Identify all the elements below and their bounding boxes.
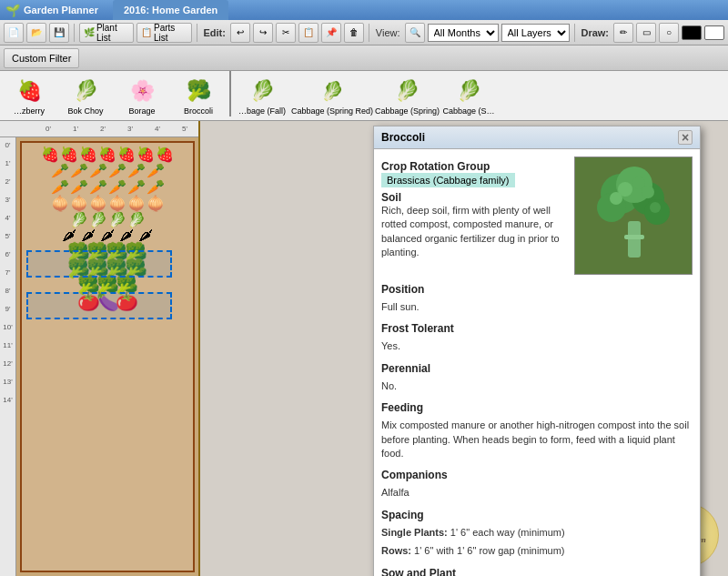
frost-tolerant-text: Yes. (381, 339, 693, 353)
tab-title[interactable]: 2016: Home Garden (113, 0, 228, 20)
plant-item-cabbage-spring-red[interactable]: 🥬 Cabbage (Spring Red) (291, 75, 373, 116)
ruler-left-7: 7' (0, 268, 15, 277)
garden-carrot-2[interactable]: 🥕 (70, 163, 88, 177)
cabbage-fall-label: …bage (Fall) (238, 107, 286, 116)
separator-2 (197, 24, 197, 42)
garden-strawberry-1[interactable]: 🍓 (41, 147, 59, 161)
garden-carrot-3[interactable]: 🥕 (89, 163, 107, 177)
save-button[interactable]: 💾 (49, 23, 69, 43)
delete-button[interactable]: 🗑 (344, 23, 364, 43)
spacing-rows: Rows: 1' 6" with 1' 6" row gap (minimum) (381, 544, 693, 558)
parts-list-button[interactable]: 📋 Parts List (136, 23, 192, 43)
garden-onion-3[interactable]: 🧅 (89, 196, 107, 210)
pencil-button[interactable]: ✏ (613, 23, 633, 43)
main-area: 0' 1' 2' 3' 4' 5' 0' 1' 2' 3' 4' 5' 6' 7… (0, 121, 728, 576)
garden-carrot-9[interactable]: 🥕 (89, 179, 107, 194)
ruler-left-14: 14' (0, 396, 15, 404)
edit-label: Edit: (203, 27, 225, 38)
new-button[interactable]: 📄 (4, 23, 24, 43)
rect-button[interactable]: ▭ (636, 23, 656, 43)
redo-button[interactable]: ↪ (253, 23, 273, 43)
crop-rotation-label: Crop Rotation Group (381, 160, 567, 173)
ruler-left-12: 12' (0, 359, 15, 368)
garden-onion-4[interactable]: 🧅 (108, 196, 126, 210)
ruler-top: 0' 1' 2' 3' 4' 5' (0, 121, 198, 137)
white-fill-button[interactable] (704, 25, 724, 40)
garden-grid[interactable]: 🍓 🍓 🍓 🍓 🍓 🍓 🍓 🥕 🥕 🥕 🥕 🥕 (16, 137, 198, 576)
garden-strawberry-7[interactable]: 🍓 (156, 147, 174, 161)
garden-carrot-1[interactable]: 🥕 (51, 163, 69, 177)
black-fill-button[interactable] (682, 25, 702, 40)
popup-close-button[interactable]: × (678, 130, 693, 145)
borage-icon: 🌸 (124, 75, 160, 107)
broccoli-svg (575, 157, 693, 275)
separator-1 (74, 24, 75, 42)
garden-strawberry-3[interactable]: 🍓 (79, 147, 97, 161)
ruler-left-13: 13' (0, 378, 15, 386)
spacing-rows-value: 1' 6" with 1' 6" row gap (minimum) (414, 545, 564, 556)
garden-carrot-4[interactable]: 🥕 (108, 163, 126, 177)
garden-carrot-12[interactable]: 🥕 (147, 179, 165, 194)
garden-carrot-8[interactable]: 🥕 (70, 179, 88, 194)
garden-grid-inner[interactable]: 🍓 🍓 🍓 🍓 🍓 🍓 🍓 🥕 🥕 🥕 🥕 🥕 (20, 141, 195, 572)
selection-box-1 (26, 250, 172, 278)
cabbage-s-icon: 🥬 (450, 75, 487, 107)
ruler-top-inner: 0' 1' 2' 3' 4' 5' (35, 121, 198, 136)
garden-lettuce-1[interactable]: 🥬 (70, 212, 88, 227)
borage-label: Borage (128, 107, 155, 116)
open-button[interactable]: 📂 (26, 23, 46, 43)
garden-strawberry-2[interactable]: 🍓 (60, 147, 78, 161)
ruler-4ft: 4' (144, 125, 171, 133)
plant-item-bokchoy[interactable]: 🥬 Bok Choy (58, 75, 113, 116)
ruler-3ft: 3' (116, 125, 144, 133)
separator-3 (369, 24, 369, 42)
svg-rect-12 (624, 235, 644, 239)
zoom-in-button[interactable]: 🔍 (405, 23, 425, 43)
garden-lettuce-2[interactable]: 🥬 (89, 212, 107, 227)
ruler-left-0: 0' (0, 141, 15, 149)
garden-strawberry-5[interactable]: 🍓 (117, 147, 136, 161)
bokchoy-label: Bok Choy (67, 107, 103, 116)
plant-list-button[interactable]: 🌿 Plant List (79, 23, 134, 43)
plant-item-cabbage-spring[interactable]: 🥬 Cabbage (Spring) (375, 75, 440, 116)
ruler-left-8: 8' (0, 287, 15, 295)
strawberry-icon: 🍓 (11, 75, 47, 107)
copy-button[interactable]: 📋 (298, 23, 318, 43)
plant-item-cabbage-fall[interactable]: 🥬 …bage (Fall) (235, 75, 289, 116)
garden-onion-2[interactable]: 🧅 (70, 196, 88, 210)
garden-carrot-6[interactable]: 🥕 (147, 163, 165, 177)
plant-row-onions: 🧅 🧅 🧅 🧅 🧅 🧅 (25, 196, 189, 210)
garden-onion-6[interactable]: 🧅 (147, 196, 165, 210)
ruler-left-4: 4' (0, 214, 15, 222)
draw-label: Draw: (581, 27, 609, 38)
garden-lettuce-4[interactable]: 🥬 (127, 212, 146, 227)
layers-select[interactable]: All Layers (501, 24, 570, 42)
garden-strawberry-4[interactable]: 🍓 (98, 147, 116, 161)
cabbage-spring-red-icon: 🥬 (314, 75, 350, 107)
spacing-single: Single Plants: 1' 6" each way (minimum) (381, 526, 693, 540)
ruler-left: 0' 1' 2' 3' 4' 5' 6' 7' 8' 9' 10' 11' 12… (0, 137, 16, 576)
garden-onion-1[interactable]: 🧅 (51, 196, 69, 210)
garden-onion-5[interactable]: 🧅 (127, 196, 146, 210)
view-label: View: (376, 27, 400, 38)
plant-item-broccoli[interactable]: 🥦 Broccoli (171, 75, 226, 116)
garden-lettuce-3[interactable]: 🥬 (108, 212, 126, 227)
popup-top-section: Crop Rotation Group Brassicas (Cabbage f… (381, 157, 693, 275)
circle-button[interactable]: ○ (659, 23, 679, 43)
cut-button[interactable]: ✂ (276, 23, 296, 43)
plant-item-strawberry[interactable]: 🍓 …zberry (2, 75, 56, 116)
plant-item-borage[interactable]: 🌸 Borage (115, 75, 169, 116)
undo-button[interactable]: ↩ (230, 23, 250, 43)
garden-carrot-5[interactable]: 🥕 (127, 163, 146, 177)
garden-carrot-10[interactable]: 🥕 (108, 179, 126, 194)
plant-item-cabbage-s[interactable]: 🥬 Cabbage (S… (441, 75, 496, 116)
custom-filter-button[interactable]: Custom Filter (4, 48, 79, 68)
parts-icon: 📋 (141, 27, 152, 37)
garden-carrot-11[interactable]: 🥕 (127, 179, 146, 194)
title-bar: 🌱 Garden Planner 2016: Home Garden (0, 0, 728, 20)
garden-strawberry-6[interactable]: 🍓 (136, 147, 155, 161)
garden-carrot-7[interactable]: 🥕 (51, 179, 69, 194)
paste-button[interactable]: 📌 (321, 23, 341, 43)
companions-label: Companions (381, 469, 693, 481)
months-select[interactable]: All Months (428, 24, 499, 42)
